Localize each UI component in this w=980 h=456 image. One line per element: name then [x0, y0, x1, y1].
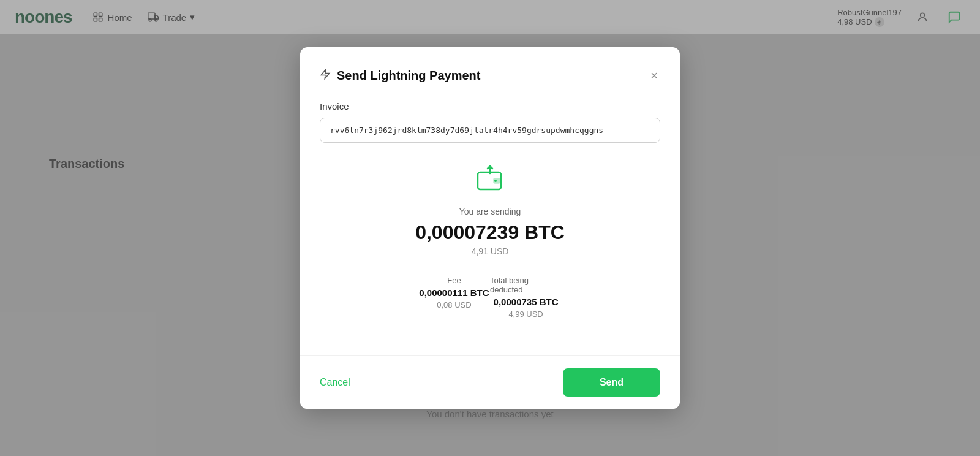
modal-footer: Cancel Send: [300, 355, 680, 409]
usd-amount: 4,91 USD: [472, 246, 509, 256]
total-btc: 0,0000735 BTC: [494, 297, 559, 307]
send-lightning-modal: Send Lightning Payment × Invoice: [300, 47, 680, 409]
sending-section: You are sending 0,00007239 BTC 4,91 USD …: [320, 162, 660, 319]
fee-row: Fee 0,00000111 BTC 0,08 USD Total being …: [418, 266, 562, 319]
wallet-send-icon: [474, 162, 506, 197]
invoice-section: Invoice: [320, 101, 660, 143]
send-button[interactable]: Send: [563, 368, 660, 397]
lightning-icon: [320, 69, 331, 83]
modal-title: Send Lightning Payment: [337, 69, 642, 83]
total-usd: 4,99 USD: [508, 310, 543, 319]
cancel-button[interactable]: Cancel: [320, 377, 350, 388]
fee-column: Fee 0,00000111 BTC 0,08 USD: [418, 276, 490, 319]
modal-close-button[interactable]: ×: [648, 67, 660, 84]
invoice-label: Invoice: [320, 101, 660, 112]
you-are-sending-label: You are sending: [459, 207, 521, 216]
total-column: Total being deducted 0,0000735 BTC 4,99 …: [490, 276, 562, 319]
invoice-input[interactable]: [320, 118, 660, 143]
modal-overlay: Send Lightning Payment × Invoice: [0, 0, 980, 456]
svg-point-12: [494, 180, 497, 182]
fee-usd: 0,08 USD: [437, 300, 471, 310]
fee-btc: 0,00000111 BTC: [419, 287, 489, 298]
total-label: Total being deducted: [490, 276, 562, 294]
modal-header: Send Lightning Payment ×: [320, 67, 660, 84]
fee-label: Fee: [447, 276, 461, 285]
modal-content: Send Lightning Payment × Invoice: [300, 47, 680, 355]
btc-amount: 0,00007239 BTC: [415, 221, 565, 244]
svg-marker-9: [321, 69, 330, 78]
